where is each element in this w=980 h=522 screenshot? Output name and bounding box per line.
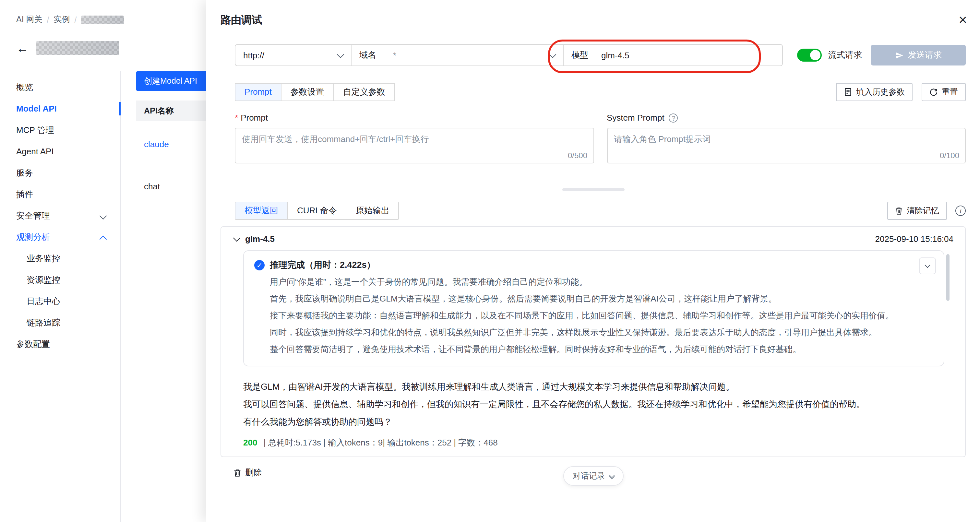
sidebar-item-plugins[interactable]: 插件 bbox=[0, 183, 120, 205]
prompt-column: * Prompt 0/500 bbox=[235, 113, 594, 163]
stream-request-label: 流式请求 bbox=[828, 49, 862, 61]
tab-custom-parameters[interactable]: 自定义参数 bbox=[333, 84, 395, 100]
sidebar-item-label: 日志中心 bbox=[27, 296, 60, 306]
result-timestamp: 2025-09-10 15:16:04 bbox=[875, 234, 953, 244]
reasoning-paragraph: 同时，我应该提到持续学习和优化的特点，说明我虽然知识广泛但并非完美，这样既展示专… bbox=[254, 324, 933, 341]
sidebar-item-model-api[interactable]: Model API bbox=[0, 98, 120, 119]
clear-memory-label: 清除记忆 bbox=[907, 205, 939, 216]
scrollbar[interactable] bbox=[946, 254, 950, 301]
reset-label: 重置 bbox=[942, 87, 958, 98]
sidebar-item-label: Agent API bbox=[16, 146, 54, 156]
sidebar-item-agent-api[interactable]: Agent API bbox=[0, 141, 120, 162]
sidebar-item-label: MCP 管理 bbox=[16, 125, 54, 135]
info-circle-icon[interactable]: i bbox=[955, 205, 966, 216]
refresh-icon bbox=[929, 88, 938, 96]
result-footer: 删除 对话记录 bbox=[221, 465, 966, 486]
prompt-form: * Prompt 0/500 System Prompt ? bbox=[235, 113, 966, 163]
sidebar: AI 网关 / 实例 / ← 概览 Model API MCP 管理 Agent… bbox=[0, 0, 206, 522]
page-head: ← bbox=[0, 25, 206, 55]
history-doc-icon bbox=[844, 88, 852, 97]
system-prompt-input-box: 0/100 bbox=[607, 128, 966, 163]
reasoning-paragraph: 整个回答需要简洁明了，避免使用技术术语，让不同背景的用户都能轻松理解。同时保持友… bbox=[254, 341, 933, 358]
drawer-title: 路由调试 bbox=[221, 13, 262, 27]
clear-memory-button[interactable]: 清除记忆 bbox=[887, 202, 947, 220]
tab-raw-output[interactable]: 原始输出 bbox=[346, 202, 399, 219]
prompt-tabs-row: Prompt 参数设置 自定义参数 填入历史参数 重置 bbox=[235, 83, 966, 101]
chevron-down-icon bbox=[100, 212, 107, 220]
reasoning-paragraph: 接下来要概括我的主要功能：自然语言理解和生成能力，以及在不同场景下的应用，比如回… bbox=[254, 307, 933, 324]
sidebar-item-mcp-management[interactable]: MCP 管理 bbox=[0, 119, 120, 141]
model-select[interactable]: 模型 glm-4.5 bbox=[563, 45, 782, 65]
reasoning-title: 推理完成（用时：2.422s） bbox=[270, 259, 375, 271]
domain-select[interactable]: 域名 * bbox=[351, 45, 563, 65]
fill-history-params-button[interactable]: 填入历史参数 bbox=[836, 83, 913, 101]
prompt-input[interactable] bbox=[235, 128, 593, 163]
system-prompt-label-row: System Prompt ? bbox=[607, 113, 966, 123]
sidebar-item-tracing[interactable]: 链路追踪 bbox=[0, 312, 120, 333]
chevron-down-icon bbox=[233, 234, 240, 242]
send-request-button[interactable]: 发送请求 bbox=[871, 45, 966, 65]
sidebar-item-log-center[interactable]: 日志中心 bbox=[0, 291, 120, 312]
system-prompt-input[interactable] bbox=[608, 128, 965, 163]
delete-button[interactable]: 删除 bbox=[234, 467, 262, 479]
breadcrumb-instance[interactable]: 实例 bbox=[54, 14, 70, 25]
sidebar-item-label: 安全管理 bbox=[16, 211, 50, 220]
sidebar-item-label: 概览 bbox=[16, 82, 33, 92]
sidebar-item-label: Model API bbox=[16, 104, 57, 113]
resize-drag-handle[interactable] bbox=[562, 188, 624, 191]
result-model-name: glm-4.5 bbox=[245, 234, 275, 244]
sidebar-item-label: 插件 bbox=[16, 189, 33, 199]
protocol-select[interactable]: http:// bbox=[235, 45, 351, 65]
stream-request-toggle[interactable] bbox=[797, 49, 822, 62]
request-input-group: http:// 域名 * 模型 glm-4.5 bbox=[235, 44, 783, 66]
results-container: glm-4.5 2025-09-10 15:16:04 ✓ 推理完成（用时：2.… bbox=[221, 226, 966, 457]
sidebar-item-resource-monitoring[interactable]: 资源监控 bbox=[0, 269, 120, 291]
close-icon[interactable]: × bbox=[959, 13, 967, 27]
answer-paragraph: 我可以回答问题、提供信息、辅助学习和创作，但我的知识有一定局限性，且不会存储您的… bbox=[243, 396, 944, 413]
breadcrumb: AI 网关 / 实例 / bbox=[0, 0, 206, 25]
sidebar-item-label: 链路追踪 bbox=[27, 318, 60, 328]
prompt-tabs: Prompt 参数设置 自定义参数 bbox=[235, 83, 395, 101]
breadcrumb-separator: / bbox=[47, 15, 49, 24]
sidebar-item-label: 服务 bbox=[16, 168, 33, 178]
sidebar-nav: 概览 Model API MCP 管理 Agent API 服务 插件 安全管理… bbox=[0, 71, 121, 522]
sidebar-item-label: 观测分析 bbox=[16, 232, 50, 242]
reasoning-paragraph: 用户问“你是谁”，这是一个关于身份的常见问题。我需要准确介绍自己的定位和功能。 bbox=[254, 274, 933, 291]
sidebar-item-security-management[interactable]: 安全管理 bbox=[0, 205, 120, 226]
tab-prompt[interactable]: Prompt bbox=[235, 84, 281, 100]
drawer-header: 路由调试 × bbox=[206, 0, 980, 27]
question-circle-icon[interactable]: ? bbox=[669, 113, 678, 122]
prompt-label-row: * Prompt bbox=[235, 113, 594, 123]
app-root: AI 网关 / 实例 / ← 概览 Model API MCP 管理 Agent… bbox=[0, 0, 980, 522]
sidebar-item-overview[interactable]: 概览 bbox=[0, 76, 120, 98]
back-arrow-icon[interactable]: ← bbox=[16, 42, 29, 54]
double-chevron-down-icon bbox=[610, 473, 614, 479]
sidebar-item-observability[interactable]: 观测分析 bbox=[0, 226, 120, 248]
sidebar-item-parameter-config[interactable]: 参数配置 bbox=[0, 333, 120, 355]
tab-parameter-settings[interactable]: 参数设置 bbox=[281, 84, 333, 100]
tab-model-response[interactable]: 模型返回 bbox=[235, 202, 287, 219]
status-meta: | 总耗时:5.173s | 输入tokens：9| 输出tokens：252 … bbox=[264, 438, 498, 447]
send-request-label: 发送请求 bbox=[908, 49, 942, 61]
route-debug-drawer: 路由调试 × http:// 域名 * 模型 bbox=[206, 0, 980, 522]
protocol-value: http:// bbox=[243, 50, 264, 60]
sidebar-item-label: 参数配置 bbox=[16, 339, 50, 349]
result-header[interactable]: glm-4.5 2025-09-10 15:16:04 bbox=[221, 227, 965, 249]
breadcrumb-ai-gateway[interactable]: AI 网关 bbox=[16, 14, 43, 25]
tab-curl-command[interactable]: CURL命令 bbox=[287, 202, 346, 219]
chevron-down-icon bbox=[337, 51, 344, 58]
result-model-toggle[interactable]: glm-4.5 bbox=[234, 234, 275, 244]
prompt-label: Prompt bbox=[240, 113, 268, 123]
answer-paragraph: 我是GLM，由智谱AI开发的大语言模型。我被训练用来理解和生成人类语言，通过大规… bbox=[243, 378, 944, 396]
redacted-instance-name bbox=[36, 41, 119, 55]
conversation-history-button[interactable]: 对话记录 bbox=[563, 466, 623, 486]
prompt-input-box: 0/500 bbox=[235, 128, 594, 163]
reset-button[interactable]: 重置 bbox=[922, 83, 966, 101]
sidebar-item-business-monitoring[interactable]: 业务监控 bbox=[0, 248, 120, 269]
status-row: 200 | 总耗时:5.173s | 输入tokens：9| 输出tokens：… bbox=[243, 437, 944, 449]
toggle-knob bbox=[810, 50, 821, 60]
breadcrumb-separator: / bbox=[75, 15, 77, 24]
sidebar-item-services[interactable]: 服务 bbox=[0, 162, 120, 183]
check-circle-icon: ✓ bbox=[254, 260, 265, 271]
reasoning-collapse-button[interactable] bbox=[919, 258, 936, 274]
